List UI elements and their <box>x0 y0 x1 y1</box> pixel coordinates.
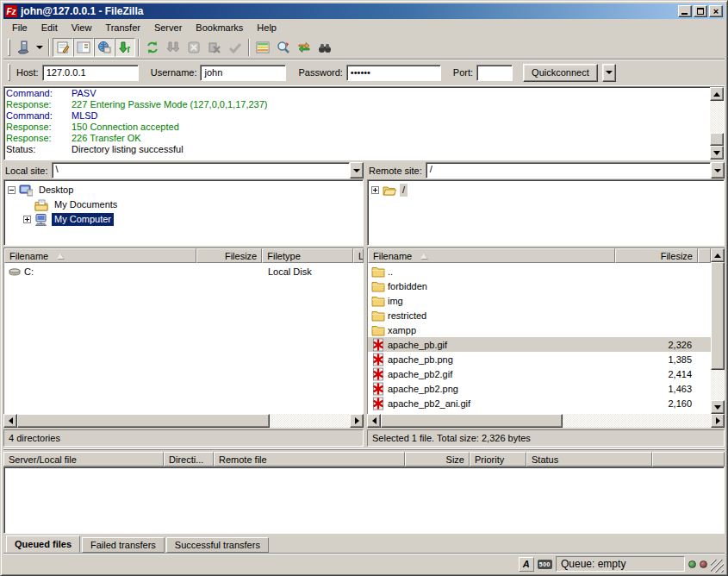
process-queue-button[interactable] <box>163 38 184 57</box>
column-header-direction[interactable]: Directi... <box>164 452 214 466</box>
scroll-thumb[interactable] <box>381 414 563 428</box>
toggle-local-tree-button[interactable] <box>73 38 94 57</box>
file-row-c-drive[interactable]: C: Local Disk <box>4 264 364 279</box>
cancel-operation-button[interactable] <box>184 38 204 57</box>
resize-grip-icon[interactable] <box>711 560 724 573</box>
scroll-right-button[interactable] <box>350 414 364 428</box>
scroll-left-button[interactable] <box>3 414 17 428</box>
quickconnect-button[interactable]: Quickconnect <box>523 64 598 82</box>
file-row[interactable]: restricted <box>368 308 711 322</box>
collapse-icon[interactable] <box>8 186 16 194</box>
file-row[interactable]: xampp <box>368 322 711 337</box>
directory-comparison-button[interactable] <box>252 38 273 57</box>
tree-label-selected[interactable]: My Computer <box>52 213 114 226</box>
local-site-combo[interactable]: \ <box>52 162 364 178</box>
queue-body[interactable] <box>3 466 725 534</box>
file-row[interactable]: apache_pb2.gif 2,414 <box>368 366 711 381</box>
file-row[interactable]: img <box>368 293 711 308</box>
column-header-status[interactable]: Status <box>526 452 652 466</box>
column-header-filename[interactable]: Filename <box>4 248 196 263</box>
scroll-thumb[interactable] <box>17 414 270 428</box>
local-horizontal-scrollbar[interactable] <box>3 414 364 428</box>
host-input[interactable] <box>42 65 139 81</box>
tab-failed-transfers[interactable]: Failed transfers <box>82 537 165 553</box>
menu-help[interactable]: Help <box>250 21 283 34</box>
column-header-filesize[interactable]: Filesize <box>196 248 262 263</box>
scroll-up-button[interactable] <box>711 248 725 262</box>
local-site-dropdown-button[interactable] <box>350 162 364 178</box>
password-input[interactable] <box>346 65 441 81</box>
menu-file[interactable]: File <box>5 21 34 34</box>
find-files-button[interactable] <box>314 38 335 57</box>
scroll-up-button[interactable] <box>710 87 724 101</box>
quickconnect-dropdown-button[interactable] <box>602 64 616 82</box>
tree-item-root[interactable]: / <box>370 183 722 197</box>
port-input[interactable] <box>476 65 513 81</box>
column-header-server-local-file[interactable]: Server/Local file <box>3 452 164 466</box>
column-header-filename[interactable]: Filename <box>368 248 615 263</box>
file-row[interactable]: forbidden <box>368 279 711 293</box>
synchronized-browsing-button[interactable] <box>294 38 314 57</box>
menu-server[interactable]: Server <box>147 21 189 34</box>
remote-horizontal-scrollbar[interactable] <box>367 414 725 428</box>
remote-vertical-scrollbar[interactable] <box>711 248 725 414</box>
tree-item-desktop[interactable]: Desktop <box>6 183 361 197</box>
scroll-right-button[interactable] <box>711 414 725 428</box>
tree-label-selected[interactable]: / <box>400 184 408 197</box>
expand-icon[interactable] <box>371 186 379 194</box>
column-header-priority[interactable]: Priority <box>470 452 526 466</box>
remote-site-combo[interactable]: / <box>426 162 725 178</box>
scroll-track[interactable] <box>710 101 724 146</box>
speedlimit-icon[interactable]: 500 <box>538 560 552 569</box>
remote-site-value[interactable]: / <box>426 162 711 178</box>
scroll-thumb[interactable] <box>710 133 724 146</box>
scroll-down-button[interactable] <box>711 400 725 414</box>
filter-button[interactable] <box>273 38 294 57</box>
scroll-left-button[interactable] <box>367 414 381 428</box>
column-header-remote-file[interactable]: Remote file <box>214 452 405 466</box>
refresh-button[interactable] <box>142 38 163 57</box>
column-header-filetype[interactable]: Filetype <box>262 248 353 263</box>
remote-list-body[interactable]: .. forbidden img restricted <box>368 263 711 414</box>
column-header-lastmodified-truncated[interactable]: L <box>353 248 364 263</box>
minimize-button[interactable] <box>678 5 692 17</box>
file-row[interactable]: apache_pb2.png 1,463 <box>368 381 711 396</box>
toggle-message-log-button[interactable] <box>53 38 73 57</box>
scroll-track[interactable] <box>17 414 350 428</box>
ascii-datatype-icon[interactable]: A <box>519 557 534 572</box>
tree-item-my-documents[interactable]: My Documents <box>6 197 361 212</box>
menu-view[interactable]: View <box>65 21 99 34</box>
file-row[interactable]: apache_pb.png 1,385 <box>368 352 711 366</box>
file-row-selected[interactable]: apache_pb.gif 2,326 <box>368 337 711 352</box>
tree-label[interactable]: Desktop <box>36 184 76 197</box>
tree-item-my-computer[interactable]: My Computer <box>6 212 361 227</box>
maximize-button[interactable] <box>694 5 707 17</box>
expand-icon[interactable] <box>23 216 31 223</box>
column-header-filesize[interactable]: Filesize <box>615 248 698 263</box>
scroll-track[interactable] <box>711 262 725 400</box>
username-input[interactable] <box>200 65 286 81</box>
toggle-transfer-queue-button[interactable] <box>115 38 135 57</box>
tree-label[interactable]: My Documents <box>52 198 120 211</box>
disconnect-button[interactable] <box>204 38 225 57</box>
local-list-body[interactable]: C: Local Disk <box>4 263 364 414</box>
site-manager-dropdown-button[interactable] <box>34 38 46 57</box>
close-button[interactable]: × <box>709 5 723 17</box>
site-manager-button[interactable] <box>13 38 34 57</box>
file-row[interactable]: .. <box>368 264 711 279</box>
scroll-track[interactable] <box>381 414 711 428</box>
scroll-thumb[interactable] <box>711 262 725 370</box>
abort-button[interactable] <box>225 38 246 57</box>
menu-bookmarks[interactable]: Bookmarks <box>189 21 250 34</box>
column-header-size[interactable]: Size <box>405 452 470 466</box>
local-site-value[interactable]: \ <box>52 162 350 178</box>
toggle-remote-tree-button[interactable] <box>94 38 115 57</box>
tab-successful-transfers[interactable]: Successful transfers <box>166 537 269 553</box>
tab-queued-files[interactable]: Queued files <box>6 535 80 553</box>
log-vertical-scrollbar[interactable] <box>710 87 724 160</box>
menu-transfer[interactable]: Transfer <box>98 21 147 34</box>
menu-edit[interactable]: Edit <box>34 21 65 34</box>
scroll-down-button[interactable] <box>710 146 724 160</box>
remote-site-dropdown-button[interactable] <box>711 162 725 178</box>
file-row[interactable]: apache_pb2_ani.gif 2,160 <box>368 396 711 410</box>
